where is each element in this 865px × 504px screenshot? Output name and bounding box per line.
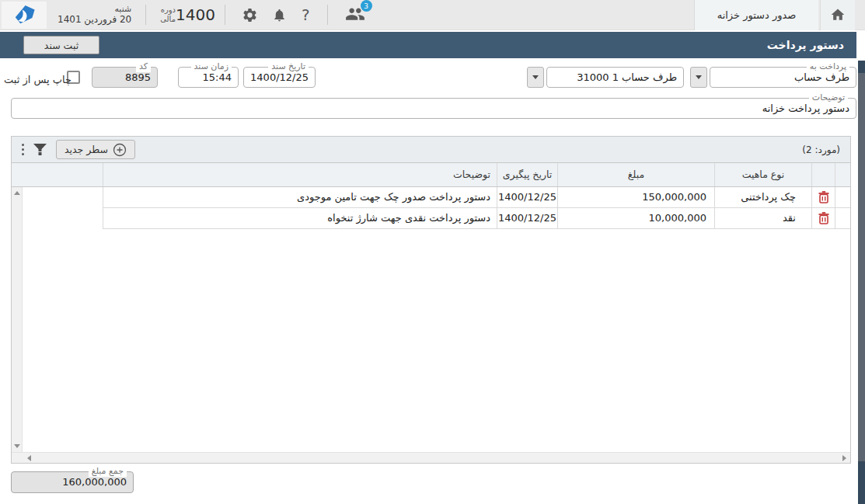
scrollbar-thumb (858, 461, 865, 504)
print-after-save-label: چاپ پس از ثبت (4, 74, 72, 85)
date-label: 20 فروردین 1401 (58, 14, 131, 26)
row-selector-cell[interactable] (835, 187, 850, 207)
scroll-left-arrow[interactable] (27, 455, 31, 461)
notifications-bell-button[interactable] (272, 8, 287, 23)
description-label: توضیحات (809, 92, 848, 103)
settings-button[interactable] (242, 7, 258, 23)
trash-icon (818, 212, 829, 224)
header-amount[interactable]: مبلغ (557, 163, 714, 186)
logo-icon (12, 2, 37, 27)
right-edge-scrollbar[interactable] (858, 61, 865, 504)
fiscal-period-label: دوره مالی (160, 5, 176, 25)
scroll-right-arrow[interactable] (842, 455, 846, 461)
divider (145, 5, 146, 25)
gear-icon (242, 7, 258, 23)
doc-time-field[interactable]: زمان سند 15:44 (178, 67, 239, 88)
pay-to-dropdown-button[interactable] (690, 67, 707, 88)
pay-to-combo: پرداخت به طرف حساب (690, 67, 856, 88)
grid-toolbar: سطر جدید (مورد: 2) (12, 137, 850, 163)
description-value: دستور پرداخت خزانه (12, 99, 856, 118)
tab-treasury-order[interactable]: صدور دستور خزانه (694, 0, 818, 30)
cell-description[interactable]: دستور پرداخت نقدی جهت شارژ تنخواه (103, 208, 497, 228)
filter-icon (33, 144, 47, 155)
total-amount-label: جمع مبلغ (89, 466, 127, 477)
fiscal-year-value: 1400 (176, 5, 215, 24)
help-button[interactable]: ? (302, 5, 310, 24)
divider (225, 5, 225, 25)
table-row[interactable]: چک پرداختنی 150,000,000 1400/12/25 دستور… (103, 187, 850, 208)
header-actions-column (811, 163, 835, 186)
page-header-bar: ثبت سند دستور پرداخت (0, 32, 856, 58)
row-actions-cell (811, 187, 835, 207)
grid-header-row: نوع ماهیت مبلغ تاریخ پیگیری توضیحات (12, 163, 850, 187)
filter-button[interactable] (33, 144, 47, 155)
cell-amount[interactable]: 150,000,000 (557, 187, 714, 207)
header-nature[interactable]: نوع ماهیت (714, 163, 811, 186)
topbar: شنبه 20 فروردین 1401 دوره مالی 1400 ? 3 … (0, 0, 865, 30)
bell-icon (272, 8, 287, 23)
row-selector-cell[interactable] (835, 208, 850, 228)
users-button[interactable]: 3 (345, 5, 365, 24)
scrollbar-thumb (858, 61, 865, 73)
save-document-button[interactable]: ثبت سند (23, 36, 99, 54)
cell-nature[interactable]: چک پرداختنی (714, 187, 811, 207)
delete-row-button[interactable] (818, 212, 829, 224)
new-row-label: سطر جدید (65, 144, 108, 155)
account-party-field[interactable]: 31000 طرف حساب 1 (546, 67, 684, 88)
row-count-label: (مورد: 2) (802, 144, 840, 155)
app-window: شنبه 20 فروردین 1401 دوره مالی 1400 ? 3 … (0, 0, 865, 504)
description-field[interactable]: توضیحات دستور پرداخت خزانه (11, 98, 856, 119)
account-party-combo: 31000 طرف حساب 1 (527, 67, 684, 88)
scroll-up-arrow[interactable] (14, 191, 20, 195)
table-row[interactable]: نقد 10,000,000 1400/12/25 دستور پرداخت ن… (103, 208, 850, 229)
home-button[interactable] (820, 0, 855, 30)
chevron-down-icon (696, 75, 702, 79)
weekday-label: شنبه (58, 4, 131, 15)
app-logo[interactable] (2, 2, 47, 29)
items-grid: سطر جدید (مورد: 2) نوع ماهیت مبلغ تاریخ … (11, 136, 851, 464)
page-title: دستور پرداخت (767, 32, 844, 58)
current-date: شنبه 20 فروردین 1401 (58, 4, 131, 26)
fiscal-period: دوره مالی 1400 (155, 5, 215, 25)
grid-menu-button[interactable] (22, 144, 24, 155)
cell-description[interactable]: دستور پرداخت صدور چک جهت تامین موجودی (103, 187, 497, 207)
pay-to-field[interactable]: پرداخت به طرف حساب (710, 67, 856, 88)
code-label: کد (136, 61, 151, 72)
cell-amount[interactable]: 10,000,000 (557, 208, 714, 228)
delete-row-button[interactable] (818, 191, 829, 203)
doc-time-label: زمان سند (191, 61, 232, 72)
total-amount-field: جمع مبلغ 160,000,000 (11, 471, 134, 493)
chevron-down-icon (532, 75, 539, 79)
divider (327, 5, 328, 25)
account-party-value: 31000 طرف حساب 1 (547, 68, 683, 87)
header-follow-date[interactable]: تاریخ پیگیری (497, 163, 557, 186)
cell-nature[interactable]: نقد (714, 208, 811, 228)
cell-follow-date[interactable]: 1400/12/25 (497, 208, 557, 228)
scroll-down-arrow[interactable] (14, 444, 20, 448)
vertical-scrollbar[interactable] (12, 187, 23, 452)
trash-icon (818, 191, 829, 203)
notifications-count-badge: 3 (361, 0, 372, 12)
pay-to-label: پرداخت به (807, 61, 849, 72)
account-party-dropdown-button[interactable] (527, 67, 544, 88)
plus-circle-icon (113, 143, 127, 157)
doc-date-label: تاریخ سند (268, 61, 309, 72)
horizontal-scrollbar[interactable] (12, 452, 850, 463)
new-row-button[interactable]: سطر جدید (56, 140, 135, 159)
header-description[interactable]: توضیحات (103, 163, 497, 186)
cell-follow-date[interactable]: 1400/12/25 (497, 187, 557, 207)
row-actions-cell (811, 208, 835, 228)
header-selector-column (835, 163, 850, 186)
code-field: کد 8895 (92, 67, 158, 88)
home-icon (830, 7, 846, 23)
doc-date-field[interactable]: تاریخ سند 1400/12/25 (243, 67, 316, 88)
